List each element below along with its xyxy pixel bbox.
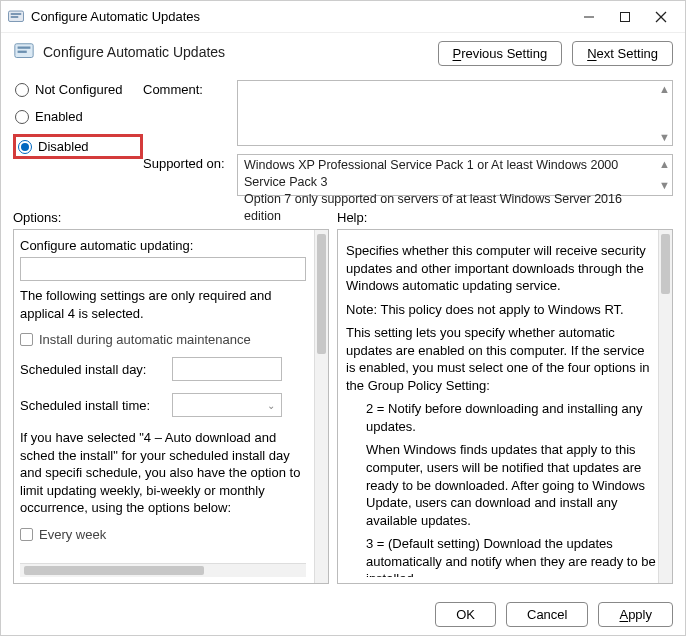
scheduled-day-combo[interactable] bbox=[172, 357, 282, 381]
svg-rect-8 bbox=[18, 47, 31, 49]
minimize-button[interactable] bbox=[571, 3, 607, 31]
radio-icon bbox=[15, 83, 29, 97]
help-text: 3 = (Default setting) Download the updat… bbox=[346, 535, 656, 577]
checkbox-icon bbox=[20, 333, 33, 346]
help-text: Note: This policy does not apply to Wind… bbox=[346, 301, 656, 319]
checkbox-icon bbox=[20, 528, 33, 541]
every-week-checkbox[interactable]: Every week bbox=[20, 527, 306, 542]
horizontal-scrollbar[interactable] bbox=[20, 563, 306, 577]
radio-enabled[interactable]: Enabled bbox=[13, 107, 143, 126]
install-maintenance-checkbox[interactable]: Install during automatic maintenance bbox=[20, 332, 306, 347]
previous-setting-button[interactable]: Previous Setting bbox=[438, 41, 563, 66]
close-button[interactable] bbox=[643, 3, 679, 31]
scheduled-time-label: Scheduled install time: bbox=[20, 398, 164, 413]
options-label: Options: bbox=[13, 210, 329, 225]
help-text: 2 = Notify before downloading and instal… bbox=[346, 400, 656, 435]
scroll-up-icon[interactable]: ▲ bbox=[659, 157, 670, 172]
header-row: Configure Automatic Updates Previous Set… bbox=[13, 41, 673, 66]
content-area: Configure Automatic Updates Previous Set… bbox=[1, 33, 685, 594]
scroll-down-icon[interactable]: ▼ bbox=[659, 178, 670, 193]
svg-rect-9 bbox=[18, 51, 27, 53]
dialog-window: Configure Automatic Updates Configure Au… bbox=[0, 0, 686, 636]
next-setting-button[interactable]: Next Setting bbox=[572, 41, 673, 66]
help-label: Help: bbox=[337, 210, 673, 225]
header-policy-icon bbox=[13, 41, 35, 63]
radio-icon bbox=[15, 110, 29, 124]
svg-rect-4 bbox=[621, 12, 630, 21]
help-text: This setting lets you specify whether au… bbox=[346, 324, 656, 394]
scheduled-day-label: Scheduled install day: bbox=[20, 362, 164, 377]
footer-buttons: OK Cancel Apply bbox=[1, 594, 685, 635]
policy-icon bbox=[7, 8, 25, 26]
state-radio-group: Not Configured Enabled Disabled bbox=[13, 80, 143, 196]
chevron-down-icon: ⌄ bbox=[267, 400, 275, 411]
svg-rect-2 bbox=[11, 16, 19, 18]
help-text: Specifies whether this computer will rec… bbox=[346, 242, 656, 295]
cancel-button[interactable]: Cancel bbox=[506, 602, 588, 627]
configure-updating-label: Configure automatic updating: bbox=[20, 238, 306, 253]
scroll-up-icon[interactable]: ▲ bbox=[659, 83, 670, 95]
radio-icon bbox=[18, 140, 32, 154]
supported-on-text: Windows XP Professional Service Pack 1 o… bbox=[237, 154, 673, 196]
comment-textarea[interactable]: ▲ ▼ bbox=[237, 80, 673, 146]
options-panel: Configure automatic updating: The follow… bbox=[13, 229, 329, 584]
page-title: Configure Automatic Updates bbox=[43, 44, 225, 60]
comment-label: Comment: bbox=[143, 80, 229, 146]
titlebar: Configure Automatic Updates bbox=[1, 1, 685, 33]
svg-rect-1 bbox=[11, 13, 22, 15]
ok-button[interactable]: OK bbox=[435, 602, 496, 627]
apply-button[interactable]: Apply bbox=[598, 602, 673, 627]
maximize-button[interactable] bbox=[607, 3, 643, 31]
scheduled-time-combo[interactable]: ⌄ bbox=[172, 393, 282, 417]
vertical-scrollbar[interactable] bbox=[658, 230, 672, 583]
configure-updating-combo[interactable] bbox=[20, 257, 306, 281]
scroll-down-icon[interactable]: ▼ bbox=[659, 131, 670, 143]
radio-not-configured[interactable]: Not Configured bbox=[13, 80, 143, 99]
help-text: When Windows finds updates that apply to… bbox=[346, 441, 656, 529]
options-long-text: If you have selected "4 – Auto download … bbox=[20, 429, 306, 517]
radio-disabled[interactable]: Disabled bbox=[13, 134, 143, 159]
settings-note: The following settings are only required… bbox=[20, 287, 306, 322]
supported-on-label: Supported on: bbox=[143, 154, 229, 196]
vertical-scrollbar[interactable] bbox=[314, 230, 328, 583]
help-panel: Specifies whether this computer will rec… bbox=[337, 229, 673, 584]
window-title: Configure Automatic Updates bbox=[31, 9, 200, 24]
